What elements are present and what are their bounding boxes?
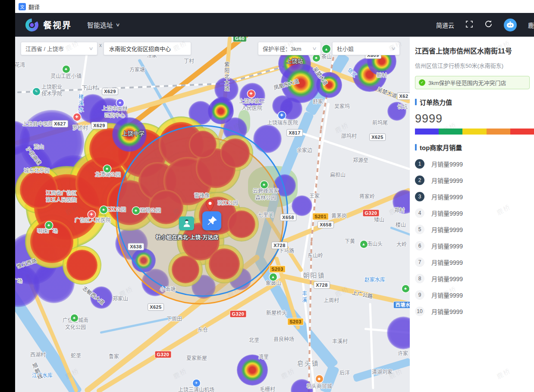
list-item[interactable]: 5 月销量9999 <box>415 221 530 238</box>
monthly-sales-label: 月销量9999 <box>431 209 463 217</box>
map-label: 下山村 <box>82 85 97 92</box>
map-label: 上饶市第三人民医院 <box>239 98 265 112</box>
legend-color <box>510 129 534 135</box>
map-poi-icon: ♣ <box>100 206 107 213</box>
app-header: 餐视界 智能选址 ∨ 简道云 鹿桥 <box>15 13 534 37</box>
radius-select-value: 保护半径：3km <box>263 44 302 53</box>
list-item[interactable]: 4 月销量9999 <box>415 205 530 221</box>
map-label: 茶山 <box>321 54 332 61</box>
consultant-select-value: 杜小姐 <box>337 44 354 53</box>
road-badge: X638 <box>128 243 144 251</box>
protection-status-badge: ✓ 3km保护半径范围内无冲突门店 <box>415 76 530 89</box>
browser-bar: 文 翻译 <box>15 0 534 13</box>
map-label: 广信区人民医院 <box>75 217 111 224</box>
search-box[interactable] <box>104 42 191 55</box>
road-badge: X625 <box>369 134 386 141</box>
map-label: 上饶市奥林匹克中心 <box>102 106 128 119</box>
map-poi-icon: ♣ <box>261 181 268 188</box>
rank-badge: 4 <box>415 208 424 218</box>
road-badge: X817 <box>286 129 303 137</box>
map-label: 江西省广信区第五人民医院 <box>46 190 77 204</box>
pushpin-marker-icon[interactable] <box>202 211 221 230</box>
translate-icon[interactable]: 文 <box>19 3 26 10</box>
map-label: 清湖刘家 <box>372 369 393 376</box>
road-badge: G320 <box>230 310 247 318</box>
address-title: 江西省上饶市信州区水南街11号 <box>415 47 530 56</box>
list-item[interactable]: 1 月销量9999 <box>415 156 530 172</box>
brand-shop-marker-icon[interactable] <box>179 216 194 230</box>
map-label: 毛栅村 <box>260 386 275 392</box>
map-label: 赵家水库 <box>364 277 385 284</box>
list-item[interactable]: 8 月销量9999 <box>415 270 530 287</box>
map-label: 后洋 <box>339 370 350 377</box>
map-label: 余家边 <box>297 147 312 154</box>
map-viewport[interactable]: 杜小姐在西北-上饶-万达店 花湾灵山工匠小镇汪家丁村方家塘下山村上饶职业技术学院… <box>15 37 410 392</box>
location-pin-icon[interactable] <box>205 199 215 213</box>
section-bar <box>415 99 417 105</box>
rank-badge: 5 <box>415 225 424 234</box>
top-section-header: top商家月销量 <box>415 143 530 152</box>
list-item[interactable]: 10 月销量9999 <box>415 303 530 320</box>
fullscreen-icon[interactable] <box>465 20 473 30</box>
brand-name: 餐视界 <box>43 19 72 31</box>
road-badge: X627 <box>52 120 68 128</box>
map-label: 灵山工匠小镇 <box>50 73 82 80</box>
map-label: 许家 <box>398 351 408 358</box>
info-panel: 江西省上饶市信州区水南街11号 信州区信江步行桥东50米(水南街东) ✓ 3km… <box>410 37 534 392</box>
list-item[interactable]: 3 月销量9999 <box>415 188 530 205</box>
map-label: 城东北乐园 <box>24 168 50 175</box>
list-item[interactable]: 2 月销量9999 <box>415 172 530 188</box>
refresh-icon[interactable] <box>484 20 493 30</box>
road-badge: S203 <box>269 266 286 273</box>
consultant-select[interactable]: 杜小姐 ∨ <box>332 42 400 55</box>
road-badge: S203 <box>287 318 304 326</box>
user-avatar[interactable] <box>504 19 517 31</box>
map-label: 鲁家 <box>109 354 119 361</box>
map-label: 吴家坞 <box>334 103 350 110</box>
radius-select[interactable]: 保护半径：3km ∨ <box>258 42 321 55</box>
nav-smart-site-selection[interactable]: 智能选址 ∨ <box>87 20 119 29</box>
jiandaoyun-link[interactable]: 简道云 <box>436 21 454 29</box>
map-label: 三江公园 <box>105 207 126 213</box>
check-icon: ✓ <box>419 79 425 86</box>
map-label: 皂头商贸城 <box>306 383 332 390</box>
legend-color <box>487 129 510 135</box>
map-label: 下马路 <box>279 248 294 255</box>
map-label: 上饶站 <box>286 58 303 65</box>
heat-blob <box>387 317 410 349</box>
list-item[interactable]: 6 月销量9999 <box>415 238 530 254</box>
map-label: 湾里 <box>258 354 269 361</box>
list-item[interactable]: 9 月销量9999 <box>415 287 530 303</box>
legend-color <box>415 129 439 135</box>
map-label: 双塔公园 <box>140 207 161 214</box>
map-label: 紫阳北大道 <box>223 62 229 92</box>
road-badge: X658 <box>317 221 334 229</box>
map-label: 花湾 <box>15 62 25 69</box>
map-label: 罗桥村 <box>72 125 88 132</box>
map-label: 新村 <box>377 72 387 79</box>
map-label: 郑源垒 <box>353 157 368 164</box>
clear-search-icon[interactable]: x <box>99 42 102 48</box>
search-input[interactable] <box>108 45 186 52</box>
top-section-title: top商家月销量 <box>420 143 462 152</box>
map-poi-icon: ♣ <box>104 165 111 172</box>
chevron-down-icon: ∨ <box>312 46 317 51</box>
map-label: 上饶三清山机场 <box>178 387 214 392</box>
monthly-sales-label: 月销量9999 <box>431 258 463 267</box>
region-select[interactable]: 江西省 / 上饶市 ∨ <box>21 42 97 55</box>
app-logo-icon[interactable] <box>25 18 39 32</box>
map-label: 邵坞村 <box>341 133 357 140</box>
road-badge: X658 <box>280 214 296 221</box>
map-label: 丁村 <box>184 58 194 65</box>
protection-status-text: 3km保护半径范围内无冲突门店 <box>428 78 506 87</box>
map-label: 上周村 <box>324 298 339 304</box>
consultant-store-label: 杜小姐在西北-上饶-万达店 <box>156 233 219 241</box>
map-poi-icon: ♣ <box>63 66 70 73</box>
map-label: 小南塘 <box>160 286 176 293</box>
list-item[interactable]: 7 月销量9999 <box>415 254 530 270</box>
map-poi-icon: ◆ <box>316 375 323 383</box>
map-label: 吴楚大道 <box>376 86 398 100</box>
map-label: 象鼻山 <box>266 280 281 287</box>
locate-icon[interactable]: ▲ <box>322 45 330 53</box>
map-label: 蒋家岭 <box>359 194 375 201</box>
